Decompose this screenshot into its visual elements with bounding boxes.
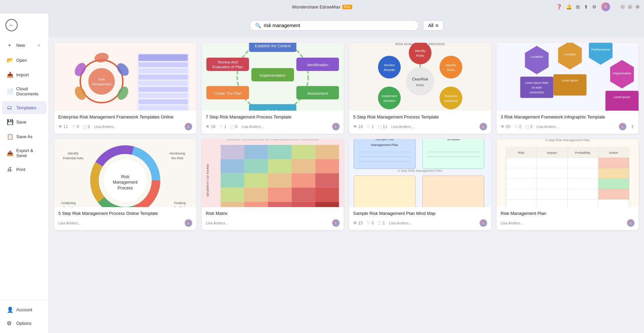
svg-point-50: [440, 87, 462, 109]
sidebar: ← ＋ New ＋ 📂 Open 📥 Import 📄 Cloud Docume…: [0, 14, 49, 333]
sidebar-cloud-label: Cloud Documents: [16, 86, 42, 96]
svg-text:Organization: Organization: [612, 71, 631, 75]
back-button[interactable]: ←: [5, 19, 18, 31]
svg-rect-123: [315, 202, 339, 207]
print-icon: 🖨: [7, 166, 14, 172]
sidebar-item-templates[interactable]: 🗂 Templates: [2, 101, 46, 114]
svg-text:Management: Management: [92, 82, 111, 86]
sidebar-item-options[interactable]: ⚙ Options: [2, 317, 46, 330]
template-card-risk-matrix[interactable]: RISK ASSESSMENT MATRIX COMBINE THE LIKEL…: [202, 139, 344, 230]
upload-icon[interactable]: ⬆: [584, 4, 588, 10]
svg-point-53: [378, 87, 401, 109]
grid-icon[interactable]: ⊞: [576, 4, 580, 10]
card-meta-plan-mind: 👁 15 ♡ 0 ⬚ 1 Lisa Anders... L: [353, 219, 487, 227]
minimize-button[interactable]: −: [620, 4, 625, 9]
settings-icon[interactable]: ⚙: [592, 4, 597, 10]
sidebar-open-label: Open: [16, 58, 27, 63]
svg-text:Risk: Risk: [518, 151, 524, 154]
template-card-plan-mind[interactable]: Sample Risk Management Plan Template 4 S…: [349, 139, 491, 230]
views-plan-mind: 👁 15: [353, 221, 363, 225]
help-icon[interactable]: ❓: [556, 4, 562, 10]
svg-rect-17: [139, 87, 188, 92]
likes-plan-mind: ♡ 0: [367, 221, 374, 225]
template-card-5step-online[interactable]: Five Step of Risk Management Process Ris…: [54, 139, 196, 230]
pin-icon-framework[interactable]: ⬆: [630, 124, 635, 129]
template-card-7step[interactable]: Establish the Context Identification Ass…: [202, 43, 344, 134]
author-5step: Lisa Anders...: [391, 125, 414, 129]
sidebar-item-export[interactable]: 📤 Export & Send: [2, 145, 46, 162]
app-name: Wondershare EdrawMax: [292, 4, 340, 10]
copies-framework: ⬚ 3: [525, 124, 532, 129]
svg-rect-102: [291, 145, 315, 159]
sidebar-print-label: Print: [16, 167, 25, 172]
svg-text:Location: Location: [530, 55, 543, 58]
card-title-rm-plan: Risk Management Plan: [501, 210, 635, 217]
sidebar-item-cloud[interactable]: 📄 Cloud Documents: [2, 83, 46, 100]
svg-text:Potential risks: Potential risks: [63, 156, 83, 160]
author-avatar-plan-mind: L: [480, 219, 487, 227]
user-avatar[interactable]: U: [601, 2, 610, 11]
filter-button[interactable]: All ≡: [423, 20, 443, 31]
svg-text:Solutions: Solutions: [444, 99, 458, 103]
svg-text:COMBINE THE LIKELIHOOD OF A HA: COMBINE THE LIKELIHOOD OF A HAZARDOUS EV…: [227, 139, 318, 141]
likes-enterprise: ♡ 0: [72, 124, 79, 129]
sidebar-item-import[interactable]: 📥 Import: [2, 68, 46, 81]
sidebar-item-save[interactable]: 💾 Save: [2, 115, 46, 129]
rm-plan-thumb-svg: RISK MANAGEMENT PLAN 4 Step Risk Managem…: [497, 139, 639, 207]
sidebar-item-new[interactable]: ＋ New ＋: [2, 38, 46, 52]
card-title-enterprise: Enterprise Risk Management Framework Tem…: [58, 114, 192, 120]
author-framework: Lisa Anders...: [537, 125, 559, 129]
svg-rect-128: [422, 139, 484, 168]
svg-rect-118: [315, 187, 339, 202]
card-thumb-5step-online: Five Step of Risk Management Process Ris…: [54, 139, 196, 207]
new-plus-icon[interactable]: ＋: [36, 42, 42, 49]
card-meta-5step: 👁 19 ♡ 1 ⬚ 11 Lisa Anders... L: [353, 123, 487, 130]
search-input[interactable]: [264, 23, 413, 28]
close-button[interactable]: ✕: [635, 4, 640, 9]
card-thumb-5step: ClearRisk RISK MANAGEMENT PROCESS ClearR…: [349, 43, 491, 111]
template-card-5step[interactable]: ClearRisk RISK MANAGEMENT PROCESS ClearR…: [349, 43, 491, 134]
svg-text:Risks: Risks: [447, 68, 455, 72]
svg-rect-99: [221, 145, 244, 159]
svg-rect-161: [598, 189, 629, 199]
sidebar-templates-label: Templates: [16, 105, 36, 110]
svg-text:4 Step Risk Management Plan: 4 Step Risk Management Plan: [545, 139, 590, 142]
card-info-rm-plan: Risk Management Plan Lisa Anders... L: [497, 207, 639, 230]
svg-text:the risk: the risk: [63, 206, 74, 207]
sidebar-item-account[interactable]: 👤 Account: [2, 303, 46, 316]
sidebar-import-label: Import: [16, 72, 29, 77]
search-bar[interactable]: 🔍: [249, 20, 419, 31]
card-thumb-rm-plan: RISK MANAGEMENT PLAN 4 Step Risk Managem…: [497, 139, 639, 207]
svg-text:Evaluation of Plan: Evaluation of Plan: [213, 65, 243, 69]
svg-rect-159: [598, 168, 629, 179]
template-card-rm-plan[interactable]: RISK MANAGEMENT PLAN 4 Step Risk Managem…: [497, 139, 639, 230]
author-avatar-framework: L: [619, 123, 626, 130]
card-title-plan-mind: Sample Risk Management Plan Mind Map: [353, 210, 487, 217]
author-avatar-rm-plan: L: [627, 219, 635, 227]
svg-text:Identification: Identification: [307, 63, 328, 67]
sidebar-item-open[interactable]: 📂 Open: [2, 54, 46, 67]
open-icon: 📂: [7, 57, 14, 63]
notification-icon[interactable]: 🔔: [566, 4, 572, 10]
template-card-enterprise[interactable]: ENTERPRISE RISK MANAGEMENT FRAMEWORK Ris…: [54, 43, 196, 134]
author-avatar-enterprise: L: [185, 123, 192, 130]
pro-badge: Pro: [342, 5, 352, 9]
svg-text:Action: Action: [609, 151, 618, 154]
account-icon: 👤: [7, 307, 14, 313]
svg-text:Identify: Identify: [446, 63, 457, 67]
maximize-button[interactable]: □: [628, 4, 632, 9]
svg-text:Probability: Probability: [575, 151, 590, 154]
card-meta-enterprise: 👁 11 ♡ 0 ⬚ 2 Lisa Anders... L: [58, 123, 192, 130]
svg-rect-100: [244, 145, 268, 159]
svg-text:consectetur: consectetur: [529, 91, 544, 94]
author-enterprise: Lisa Anders...: [94, 125, 117, 129]
svg-rect-16: [139, 81, 188, 86]
svg-rect-160: [598, 179, 629, 189]
template-card-framework[interactable]: Location Lorem ipsum dolor sit amet cons…: [497, 43, 639, 134]
svg-rect-14: [139, 69, 188, 73]
sidebar-item-print[interactable]: 🖨 Print: [2, 163, 46, 176]
card-meta-7step: 👁 18 ♡ 1 ⬚ 6 Lisa Anders... L: [206, 123, 340, 130]
sidebar-back-area: ←: [0, 14, 48, 37]
sidebar-item-saveas[interactable]: 📋 Save As: [2, 130, 46, 143]
svg-text:SEVERITY OF HARM: SEVERITY OF HARM: [206, 164, 209, 197]
